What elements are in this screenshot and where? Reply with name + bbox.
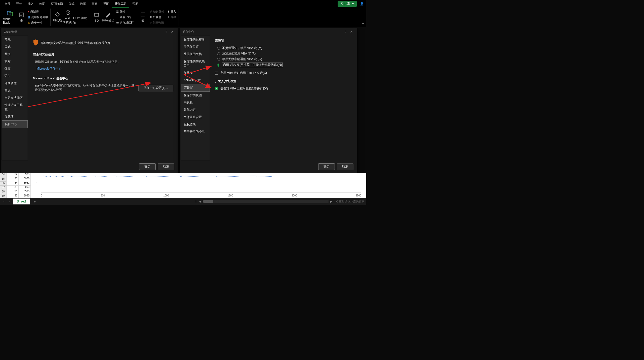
import-button[interactable]: ⬇导入 — [167, 9, 176, 14]
trust-sidebar-6[interactable]: 宏设置 — [181, 84, 210, 92]
cell[interactable]: 3993 — [19, 186, 31, 190]
ok-button[interactable]: 确定 — [139, 163, 156, 170]
expansion-button[interactable]: ⊞扩展包 — [149, 15, 164, 20]
row-header[interactable]: 38 — [0, 190, 7, 194]
visual-basic-button[interactable]: Visual Basic — [3, 9, 17, 26]
cancel-button[interactable]: 取消 — [337, 163, 353, 170]
trust-sidebar-0[interactable]: 受信任的发布者 — [181, 36, 210, 43]
vba-project-access-checkbox-row[interactable]: 信任对 VBA 工程对象模型的访问(V) — [215, 86, 352, 91]
menu-文件[interactable]: 文件 — [2, 1, 13, 7]
insert-button[interactable]: 插入 — [92, 9, 102, 26]
cell[interactable]: 3995 — [19, 190, 31, 194]
ribbon-group-addins: 加载项 Excel 加载项 COM 加载项 — [51, 9, 90, 26]
trust-sidebar-3[interactable]: 受信任的加载项目录 — [181, 58, 210, 69]
macro-radio-2[interactable]: 禁用无数字签署的 VBA 宏 (G) — [215, 57, 352, 61]
excel4-macro-checkbox-row[interactable]: 启用 VBA 宏时启用 Excel 4.0 宏(X) — [215, 71, 352, 75]
options-sidebar-8[interactable]: 自定义功能区 — [2, 94, 28, 101]
close-icon[interactable]: ✕ — [348, 30, 354, 34]
options-sidebar-11[interactable]: 信任中心 — [2, 120, 28, 128]
cell[interactable]: 3981 — [19, 181, 31, 186]
trust-sidebar-9[interactable]: 外部内容 — [181, 106, 210, 114]
com-addins-button[interactable]: COM 加载项 — [73, 9, 89, 25]
dialog-footer: 确定 取消 — [180, 161, 357, 173]
excel-addins-button[interactable]: Excel 加载项 — [63, 9, 73, 25]
source-button[interactable]: 源 — [138, 9, 148, 26]
share-button[interactable]: ⇱共享▾ — [338, 1, 357, 7]
ok-button[interactable]: 确定 — [318, 163, 335, 170]
options-sidebar-1[interactable]: 公式 — [2, 43, 28, 50]
help-icon[interactable]: ? — [163, 30, 169, 34]
scroll-thumb[interactable] — [203, 200, 213, 203]
tab-next-icon[interactable]: › — [8, 200, 12, 203]
properties-button[interactable]: ☰属性 — [116, 9, 134, 14]
options-sidebar-5[interactable]: 语言 — [2, 72, 28, 80]
cell[interactable]: 35 — [7, 186, 19, 190]
macro-radio-1[interactable]: 通过通知禁用 VBA 宏 (A) — [215, 52, 352, 56]
options-sidebar-10[interactable]: 加载项 — [2, 113, 28, 120]
row-header[interactable]: 35 — [0, 177, 7, 181]
view-code-button[interactable]: ☷查看代码 — [116, 15, 134, 20]
addins-button[interactable]: 加载项 — [52, 9, 63, 25]
options-sidebar-6[interactable]: 辅助功能 — [2, 80, 28, 87]
options-sidebar-0[interactable]: 常规 — [2, 36, 28, 43]
ribbon-collapse-icon[interactable]: ⌄ — [362, 21, 364, 25]
person-icon[interactable]: 👤 — [359, 1, 364, 6]
ms-trust-link[interactable]: Microsoft 信任中心 — [33, 67, 173, 71]
close-icon[interactable]: ✕ — [169, 30, 175, 34]
options-sidebar-9[interactable]: 快速访问工具栏 — [2, 101, 28, 113]
menu-页面布局[interactable]: 页面布局 — [48, 1, 65, 7]
tab-menu-icon[interactable]: ⋮ — [194, 200, 197, 203]
trust-sidebar-4[interactable]: 加载项 — [181, 69, 210, 77]
macro-radio-0[interactable]: 不提供通知，禁用 VBA 宏 (M) — [215, 46, 352, 50]
menu-绘图[interactable]: 绘图 — [37, 1, 48, 7]
scroll-right-icon[interactable]: ▶ — [330, 200, 332, 203]
help-icon[interactable]: ? — [342, 30, 348, 34]
cell[interactable]: 3970 — [19, 177, 31, 181]
relative-ref-button[interactable]: ▦使用相对引用 — [28, 15, 48, 20]
cell[interactable]: 34 — [7, 181, 19, 186]
cell[interactable]: 33 — [7, 177, 19, 181]
cell[interactable]: 32 — [7, 173, 19, 177]
trust-sidebar-12[interactable]: 基于表单的登录 — [181, 128, 210, 135]
cell[interactable]: 36 — [7, 190, 19, 194]
sheet-tab[interactable]: Sheet1 — [13, 198, 30, 204]
menu-数据[interactable]: 数据 — [77, 1, 89, 7]
macros-button[interactable]: 宏 — [17, 9, 26, 26]
row-header[interactable]: 34 — [0, 173, 7, 177]
options-sidebar-2[interactable]: 数据 — [2, 50, 28, 58]
menu-审阅[interactable]: 审阅 — [89, 1, 100, 7]
horizontal-scrollbar[interactable] — [203, 200, 329, 203]
trust-sidebar-7[interactable]: 受保护的视图 — [181, 92, 210, 99]
macro-radio-3[interactable]: 启用 VBA 宏(不推荐；可能运行危险代码)(N) — [215, 63, 352, 67]
trust-center-settings-button[interactable]: 信任中心设置(T)... — [138, 85, 173, 91]
menu-帮助[interactable]: 帮助 — [130, 1, 141, 7]
cell[interactable]: 3975 — [19, 173, 31, 177]
record-macro-button[interactable]: ●录制宏 — [28, 9, 48, 14]
run-dialog-button[interactable]: ▭运行对话框 — [116, 20, 134, 25]
trust-sidebar-2[interactable]: 受信任的文档 — [181, 50, 210, 58]
menu-插入[interactable]: 插入 — [25, 1, 36, 7]
dialog-body: 常规公式数据校对保存语言辅助功能高级自定义功能区快速访问工具栏加载项信任中心 帮… — [1, 35, 178, 161]
cancel-button[interactable]: 取消 — [158, 163, 174, 170]
macro-security-button[interactable]: ⚠宏安全性 — [28, 20, 48, 25]
design-mode-button[interactable]: 设计模式 — [102, 9, 115, 26]
options-sidebar-7[interactable]: 高级 — [2, 87, 28, 94]
row-header[interactable]: 36 — [0, 181, 7, 186]
menu-视图[interactable]: 视图 — [101, 1, 112, 7]
tab-prev-icon[interactable]: ‹ — [2, 200, 6, 203]
ribbon-xml-col1: ☍映射属性 ⊞扩展包 ↻刷新数据 — [148, 9, 166, 26]
menu-公式[interactable]: 公式 — [66, 1, 77, 7]
trust-sidebar-8[interactable]: 消息栏 — [181, 99, 210, 106]
trust-sidebar-11[interactable]: 隐私选项 — [181, 121, 210, 128]
menu-开始[interactable]: 开始 — [14, 1, 25, 7]
options-sidebar-4[interactable]: 保存 — [2, 65, 28, 72]
trust-sidebar-1[interactable]: 受信任位置 — [181, 43, 210, 50]
options-sidebar-3[interactable]: 校对 — [2, 58, 28, 65]
add-sheet-icon[interactable]: + — [32, 199, 38, 203]
row-header[interactable]: 37 — [0, 186, 7, 190]
trust-sidebar-10[interactable]: 文件阻止设置 — [181, 114, 210, 121]
scroll-left-icon[interactable]: ◀ — [199, 200, 201, 203]
svg-point-4 — [67, 12, 69, 13]
menu-开发工具[interactable]: 开发工具 — [112, 0, 129, 8]
trust-sidebar-5[interactable]: ActiveX 设置 — [181, 77, 210, 84]
